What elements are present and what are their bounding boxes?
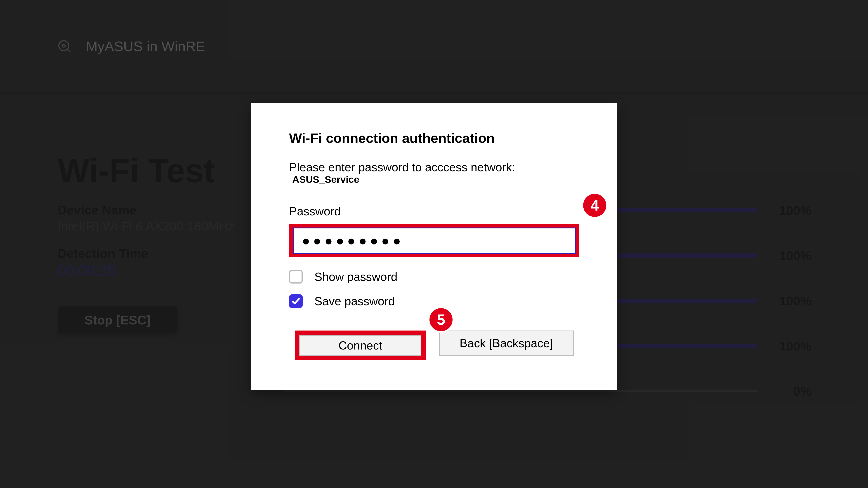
save-password-row[interactable]: Save password: [289, 294, 579, 308]
password-highlight: [289, 224, 579, 257]
back-button[interactable]: Back [Backspace]: [439, 330, 574, 356]
dialog-subtitle: Please enter password to acccess network…: [289, 160, 579, 185]
connect-highlight: Connect: [295, 330, 426, 360]
connect-button[interactable]: Connect: [299, 335, 421, 356]
save-password-label: Save password: [314, 294, 395, 308]
network-name: ASUS_Service: [292, 174, 359, 185]
dialog-title: Wi-Fi connection authentication: [289, 130, 579, 146]
show-password-row[interactable]: Show password: [289, 270, 579, 284]
password-label: Password: [289, 204, 579, 218]
wifi-auth-dialog: Wi-Fi connection authentication Please e…: [251, 103, 617, 390]
password-input[interactable]: [293, 228, 576, 254]
dialog-subtitle-text: Please enter password to acccess network…: [289, 161, 515, 174]
show-password-checkbox[interactable]: [289, 270, 303, 284]
save-password-checkbox[interactable]: [289, 294, 303, 308]
show-password-label: Show password: [314, 270, 397, 284]
check-icon: [291, 296, 301, 306]
callout-4: 4: [582, 193, 608, 218]
callout-5: 5: [428, 307, 454, 332]
